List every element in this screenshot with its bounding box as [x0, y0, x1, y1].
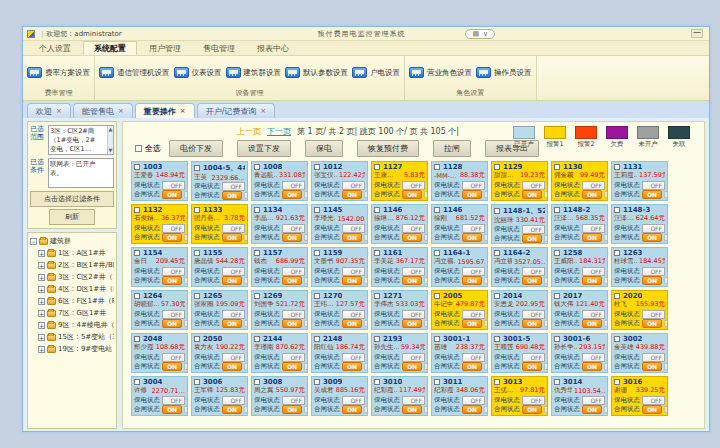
card-checkbox[interactable]: [494, 336, 500, 342]
card-checkbox[interactable]: [614, 379, 620, 385]
card-checkbox[interactable]: [314, 207, 320, 213]
card-checkbox[interactable]: [134, 207, 140, 213]
card-checkbox[interactable]: [434, 336, 440, 342]
card-checkbox[interactable]: [494, 208, 500, 214]
panel-toggle-dropdown[interactable]: ▤ ∨: [465, 29, 495, 39]
ribbon-button-仪表设置[interactable]: 仪表设置: [174, 67, 222, 78]
card-checkbox[interactable]: [554, 164, 560, 170]
card-checkbox[interactable]: [494, 379, 500, 385]
expand-icon[interactable]: +: [38, 262, 45, 269]
ribbon-button-通信管理机设置[interactable]: 通信管理机设置: [99, 67, 170, 78]
card-checkbox[interactable]: [614, 164, 620, 170]
next-page-link[interactable]: 下一页: [267, 126, 291, 137]
card-checkbox[interactable]: [374, 293, 380, 299]
ribbon-tab-用户管理[interactable]: 用户管理: [139, 42, 191, 55]
tree-item[interactable]: +15区：5#变站（3#…: [30, 332, 114, 342]
card-checkbox[interactable]: [314, 250, 320, 256]
close-icon[interactable]: ×: [260, 107, 266, 115]
ribbon-tab-报表中心[interactable]: 报表中心: [247, 42, 299, 55]
tree-item[interactable]: +1区：A区1#井: [30, 248, 114, 258]
card-checkbox[interactable]: [554, 379, 560, 385]
card-checkbox[interactable]: [434, 293, 440, 299]
card-checkbox[interactable]: [134, 293, 140, 299]
tree-item[interactable]: +3区：C区2#井（1#…: [30, 272, 114, 282]
card-checkbox[interactable]: [314, 379, 320, 385]
toolbar-button-恢复预付费[interactable]: 恢复预付费: [357, 140, 419, 157]
expand-icon[interactable]: +: [38, 322, 45, 329]
card-checkbox[interactable]: [194, 165, 200, 171]
toolbar-button-保电[interactable]: 保电: [305, 140, 343, 157]
card-checkbox[interactable]: [194, 207, 200, 213]
selected-condition-list[interactable]: 联网表：已开户表。: [48, 158, 114, 188]
scrollbar[interactable]: ▲▼: [107, 126, 113, 154]
doc-tab-能管售电[interactable]: 能管售电×: [73, 103, 133, 118]
card-checkbox[interactable]: [134, 379, 140, 385]
expand-icon[interactable]: +: [38, 298, 45, 305]
toolbar-button-电价下发[interactable]: 电价下发: [169, 140, 223, 157]
card-checkbox[interactable]: [254, 293, 260, 299]
expand-icon[interactable]: +: [38, 286, 45, 293]
card-checkbox[interactable]: [314, 336, 320, 342]
doc-tab-重要操作[interactable]: 重要操作×: [135, 103, 195, 118]
card-checkbox[interactable]: [434, 164, 440, 170]
doc-tab-欢迎[interactable]: 欢迎×: [27, 103, 71, 118]
card-checkbox[interactable]: [374, 207, 380, 213]
expand-icon[interactable]: +: [38, 274, 45, 281]
close-icon[interactable]: ×: [56, 107, 62, 115]
expand-icon[interactable]: +: [38, 250, 45, 257]
tree-item[interactable]: +9区：4#楼电井（4#…: [30, 320, 114, 330]
card-checkbox[interactable]: [374, 379, 380, 385]
collapse-icon[interactable]: −: [30, 238, 37, 245]
card-checkbox[interactable]: [374, 250, 380, 256]
expand-icon[interactable]: +: [38, 346, 45, 353]
toolbar-button-拉闸[interactable]: 拉闸: [433, 140, 471, 157]
card-checkbox[interactable]: [254, 379, 260, 385]
select-all-checkbox[interactable]: [135, 145, 142, 152]
close-icon[interactable]: ×: [118, 107, 124, 115]
ribbon-button-建筑群设置[interactable]: 建筑群设置: [226, 67, 282, 78]
card-checkbox[interactable]: [614, 207, 620, 213]
close-icon[interactable]: ×: [180, 107, 186, 115]
card-checkbox[interactable]: [554, 207, 560, 213]
refresh-button[interactable]: 刷新: [49, 209, 95, 225]
ribbon-tab-售电管理[interactable]: 售电管理: [193, 42, 245, 55]
card-checkbox[interactable]: [374, 164, 380, 170]
doc-tab-开户/记费查询[interactable]: 开户/记费查询×: [197, 103, 276, 118]
card-checkbox[interactable]: [434, 250, 440, 256]
card-checkbox[interactable]: [434, 207, 440, 213]
ribbon-tab-系统配置[interactable]: 系统配置: [83, 41, 137, 55]
card-checkbox[interactable]: [134, 336, 140, 342]
card-checkbox[interactable]: [134, 250, 140, 256]
card-checkbox[interactable]: [134, 164, 140, 170]
card-checkbox[interactable]: [494, 250, 500, 256]
ribbon-button-默认参数设置[interactable]: 默认参数设置: [285, 67, 348, 78]
choose-filter-button[interactable]: 点击选择过滤条件: [30, 191, 114, 207]
ribbon-button-操作员设置[interactable]: 操作员设置: [476, 67, 532, 78]
ribbon-tab-个人设置[interactable]: 个人设置: [29, 42, 81, 55]
card-checkbox[interactable]: [554, 250, 560, 256]
card-checkbox[interactable]: [614, 336, 620, 342]
tree-item[interactable]: +19区：9#变电站（3…: [30, 344, 114, 354]
selected-range-list[interactable]: ▲▼ 3区：C区2#商（1#变电，2#变电，C区1…: [48, 125, 114, 155]
card-checkbox[interactable]: [434, 379, 440, 385]
card-checkbox[interactable]: [194, 379, 200, 385]
toolbar-button-设置下发[interactable]: 设置下发: [237, 140, 291, 157]
card-checkbox[interactable]: [254, 207, 260, 213]
card-checkbox[interactable]: [254, 250, 260, 256]
card-checkbox[interactable]: [614, 250, 620, 256]
card-checkbox[interactable]: [374, 336, 380, 342]
tree-root[interactable]: −建筑群: [30, 236, 114, 246]
card-checkbox[interactable]: [554, 293, 560, 299]
tree-item[interactable]: +2区：B区1#井/B区1…: [30, 260, 114, 270]
ribbon-button-户电设置[interactable]: 户电设置: [352, 67, 400, 78]
card-checkbox[interactable]: [614, 293, 620, 299]
card-checkbox[interactable]: [314, 164, 320, 170]
tree-item[interactable]: +7区：G区1#井: [30, 308, 114, 318]
prev-page-link[interactable]: 上一页: [237, 126, 261, 137]
tree-item[interactable]: +6区：F区1#井（F区…: [30, 296, 114, 306]
card-checkbox[interactable]: [254, 164, 260, 170]
expand-icon[interactable]: +: [38, 310, 45, 317]
card-checkbox[interactable]: [314, 293, 320, 299]
minimize-button[interactable]: —: [691, 29, 703, 38]
expand-icon[interactable]: +: [38, 334, 45, 341]
